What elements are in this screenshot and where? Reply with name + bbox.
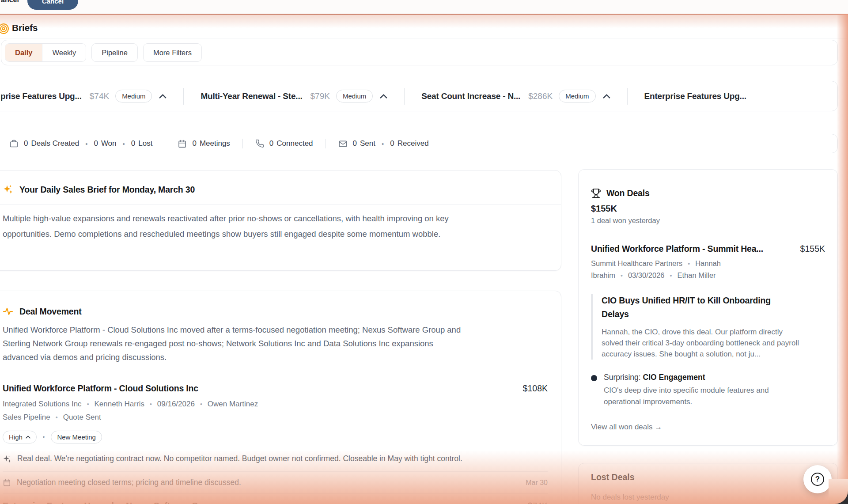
filter-bar: Daily Weekly Pipeline More Filters xyxy=(1,40,838,65)
daily-brief-header: Your Daily Sales Brief for Monday, March… xyxy=(0,171,561,205)
view-all-won-deals-link[interactable]: View all won deals → xyxy=(591,423,662,432)
daily-brief-title: Your Daily Sales Brief for Monday, March… xyxy=(19,185,195,195)
divider xyxy=(579,233,837,233)
won-deal-insight: Surprising: CIO Engagement CIO's deep di… xyxy=(591,373,825,408)
collapse-button[interactable] xyxy=(603,94,610,99)
top-window-bar: ancel Cancel xyxy=(0,0,848,14)
ticker-deal-item[interactable]: Enterprise Features Upg... xyxy=(644,91,746,101)
won-deal-title-row[interactable]: Unified Workforce Platform - Summit Hea.… xyxy=(591,244,825,254)
phone-icon xyxy=(255,139,269,148)
stats-divider xyxy=(165,139,165,148)
deal-title-row[interactable]: Unified Workforce Platform - Cloud Solut… xyxy=(3,383,548,394)
cancel-button[interactable]: Cancel xyxy=(27,0,78,10)
tab-daily[interactable]: Daily xyxy=(5,44,42,61)
insight-label: CIO Engagement xyxy=(643,373,705,382)
glow-top-line xyxy=(0,14,848,15)
lost-deals-card: Lost Deals No deals lost yesterday xyxy=(578,463,838,504)
sparkles-icon xyxy=(3,455,11,463)
won-deal-title: Unified Workforce Platform - Summit Hea.… xyxy=(591,244,763,254)
priority-label: High xyxy=(9,433,23,441)
priority-toggle[interactable]: High xyxy=(3,431,37,443)
dot-separator xyxy=(123,140,125,148)
sparkles-icon xyxy=(3,184,13,195)
priority-badge: Medium xyxy=(559,90,595,102)
won-deal-quote-headline: CIO Buys Unified HR/IT to Kill Onboardin… xyxy=(602,294,796,321)
calendar-icon xyxy=(3,478,11,487)
deal-pipeline-line: Sales PipelineQuote Sent xyxy=(3,411,548,424)
tab-weekly[interactable]: Weekly xyxy=(42,44,86,61)
deal-badges-row: High New Meeting xyxy=(3,431,548,443)
stat-value: 0 xyxy=(192,139,196,148)
deal-activity-text: Negotiation meeting closed terms; pricin… xyxy=(17,478,241,487)
won-deals-subtitle: 1 deal won yesterday xyxy=(591,216,825,225)
deal-movement-card: Deal Movement Unified Workforce Platform… xyxy=(0,291,561,504)
bullet-dot-icon xyxy=(591,375,597,381)
ticker-deal-item[interactable]: Seat Count Increase - N... $286K Medium xyxy=(421,90,610,102)
pipeline-button[interactable]: Pipeline xyxy=(91,43,138,62)
stat-value: 0 xyxy=(390,139,394,148)
calls-stats-group: 0Connected xyxy=(255,139,313,148)
won-deal-company: Summit Healthcare Partners xyxy=(591,259,695,267)
mail-icon xyxy=(338,139,353,148)
stat-label: Lost xyxy=(138,139,152,148)
deal-movement-title: Deal Movement xyxy=(19,307,81,317)
collapse-button[interactable] xyxy=(159,94,167,99)
help-button[interactable]: ? xyxy=(803,465,832,493)
deal-ticker-strip: prise Features Upg... $74K Medium Multi-… xyxy=(0,81,838,111)
ticker-deal-amount: $74K xyxy=(90,91,109,101)
more-filters-button[interactable]: More Filters xyxy=(143,43,202,62)
deal-title: Enterprise Features Upgrade - Nexus Soft… xyxy=(3,501,217,504)
chevron-up-icon xyxy=(159,94,167,99)
ticker-divider xyxy=(183,88,184,105)
dot-separator xyxy=(85,140,87,148)
activity-icon xyxy=(3,306,13,317)
won-deals-card: Won Deals $155K 1 deal won yesterday Uni… xyxy=(578,169,838,446)
calendar-icon xyxy=(178,139,192,148)
meetings-stats-group: 0Meetings xyxy=(178,139,230,148)
lost-deals-subtitle: No deals lost yesterday xyxy=(591,493,825,502)
cancel-text-fragment: ancel xyxy=(1,0,19,4)
deal-company: Integrated Solutions Inc xyxy=(3,400,95,408)
ticker-deal-title: prise Features Upg... xyxy=(0,91,82,101)
deal-amount: $74K xyxy=(527,501,548,504)
daily-brief-card: Your Daily Sales Brief for Monday, March… xyxy=(0,170,561,271)
ticker-deal-title: Enterprise Features Upg... xyxy=(644,91,746,101)
deal-movement-summary: Unified Workforce Platform - Cloud Solut… xyxy=(3,323,466,364)
deal-meta-line: Integrated Solutions IncKenneth Harris09… xyxy=(3,398,548,410)
won-deal-quote-block: CIO Buys Unified HR/IT to Kill Onboardin… xyxy=(591,294,825,360)
stat-value: 0 xyxy=(131,139,135,148)
collapse-button[interactable] xyxy=(380,94,387,99)
activity-stats-bar: 0Deals Created 0Won 0Lost 0Meetings 0Con… xyxy=(0,134,838,153)
insight-body: CIO's deep dive into specific module fea… xyxy=(604,385,794,408)
stat-label: Sent xyxy=(360,139,375,148)
chevron-up-icon xyxy=(26,436,30,439)
deal-title-row[interactable]: Enterprise Features Upgrade - Nexus Soft… xyxy=(3,493,548,504)
briefcase-icon xyxy=(9,139,24,148)
ticker-deal-amount: $286K xyxy=(528,91,553,101)
period-segmented-control: Daily Weekly xyxy=(5,43,86,62)
deal-amount: $108K xyxy=(523,383,548,394)
stat-label: Connected xyxy=(276,139,313,148)
trophy-icon xyxy=(591,188,601,198)
daily-brief-body: Multiple high-value expansions and renew… xyxy=(0,205,484,242)
deal-movement-header: Deal Movement xyxy=(3,306,548,317)
page-title: Briefs xyxy=(12,23,38,33)
priority-badge: Medium xyxy=(115,90,152,102)
ticker-deal-title: Seat Count Increase - N... xyxy=(421,91,520,101)
won-deal-quote-body: Hannah, the CIO, drove this deal. Our pl… xyxy=(602,326,803,360)
insight-prefix: Surprising: xyxy=(604,373,641,382)
ticker-deal-item[interactable]: Multi-Year Renewal - Ste... $79K Medium xyxy=(201,90,387,102)
glow-right-band xyxy=(837,14,848,504)
stat-value: 0 xyxy=(24,139,28,148)
ticker-divider xyxy=(404,88,405,105)
ticker-deal-amount: $79K xyxy=(310,91,330,101)
email-stats-group: 0Sent 0Received xyxy=(338,139,429,148)
stats-divider xyxy=(242,139,243,148)
event-badge: New Meeting xyxy=(51,431,102,443)
stats-divider xyxy=(326,139,326,148)
deal-pipeline: Sales Pipeline xyxy=(3,413,63,421)
deals-stats-group: 0Deals Created 0Won 0Lost xyxy=(9,139,152,148)
ticker-deal-item[interactable]: prise Features Upg... $74K Medium xyxy=(0,90,167,102)
won-deals-total: $155K xyxy=(591,204,825,214)
dot-separator xyxy=(382,140,384,148)
